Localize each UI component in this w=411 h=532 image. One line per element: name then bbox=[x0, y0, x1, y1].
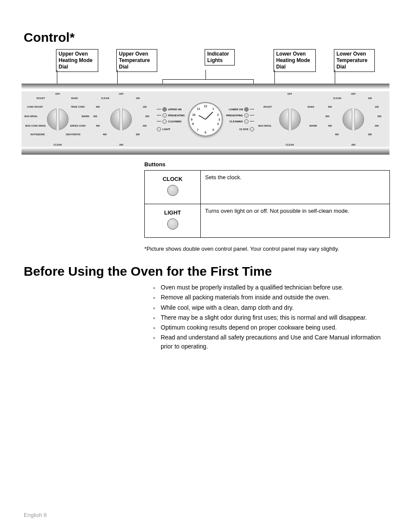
list-item: Remove all packing materials from inside… bbox=[153, 293, 387, 302]
buttons-heading: Buttons bbox=[144, 161, 387, 168]
table-row: LIGHT Turns oven light on or off. Not po… bbox=[145, 204, 390, 238]
list-item: There may be a slight odor during first … bbox=[153, 313, 387, 322]
upper-mode-dial: OFF BAKE TRUE CONV WARM SPEED CONV DEHYD… bbox=[30, 93, 86, 145]
knob-icon bbox=[279, 109, 301, 130]
light-button-icon bbox=[157, 127, 161, 131]
list-item: Read and understand all safety precautio… bbox=[153, 333, 387, 351]
callout-upper-temp: Upper OvenTemperatureDial bbox=[116, 49, 157, 72]
list-item: Oven must be properly installed by a qua… bbox=[153, 283, 387, 292]
list-item: While cool, wipe with a clean, damp clot… bbox=[153, 303, 387, 312]
control-panel: OFF BAKE TRUE CONV WARM SPEED CONV DEHYD… bbox=[22, 84, 389, 155]
indicator-dot-icon bbox=[162, 113, 167, 118]
control-panel-diagram: Upper OvenHeating ModeDial Upper OvenTem… bbox=[24, 49, 387, 157]
button-name: LIGHT bbox=[149, 209, 196, 216]
knob-icon bbox=[47, 109, 68, 130]
indicator-dot-icon bbox=[244, 113, 249, 118]
callout-upper-mode: Upper OvenHeating ModeDial bbox=[56, 49, 98, 72]
button-icon bbox=[167, 185, 178, 196]
center-indicator-group: UPPER ON PREHEATING CLEANING LIGHT 12 1 … bbox=[157, 102, 254, 137]
knob-icon bbox=[110, 109, 132, 130]
indicator-dot-icon bbox=[162, 107, 167, 112]
analog-clock: 12 1 2 3 4 5 6 7 8 9 10 11 bbox=[188, 102, 223, 137]
indicator-left-column: UPPER ON PREHEATING CLEANING LIGHT bbox=[157, 107, 185, 131]
callout-lower-temp: Lower OvenTemperatureDial bbox=[334, 49, 375, 72]
indicator-dot-icon bbox=[244, 107, 249, 112]
callout-lower-mode: Lower OvenHeating ModeDial bbox=[274, 49, 316, 72]
before-using-list: Oven must be properly installed by a qua… bbox=[153, 283, 387, 351]
buttons-table: CLOCK Sets the clock. LIGHT Turns oven l… bbox=[144, 170, 390, 238]
button-name: CLOCK bbox=[149, 176, 196, 182]
button-description: Turns oven light on or off. Not possible… bbox=[201, 204, 390, 238]
indicator-dot-icon bbox=[244, 119, 249, 124]
heading-before-using: Before Using the Oven for the First Time bbox=[24, 264, 387, 279]
clock-button-icon bbox=[250, 127, 254, 131]
list-item: Optimum cooking results depend on proper… bbox=[153, 323, 387, 332]
lower-temp-dial: OFF 100 150 200 250 300 350 400 450 500 … bbox=[325, 93, 381, 145]
indicator-right-column: LOWER ON PREHEATING CLEANING CLOCK bbox=[226, 107, 254, 131]
page-footer: English 8 bbox=[24, 512, 47, 518]
knob-icon bbox=[342, 109, 364, 130]
button-description: Sets the clock. bbox=[201, 171, 390, 204]
table-row: CLOCK Sets the clock. bbox=[145, 171, 390, 204]
indicator-dot-icon bbox=[162, 119, 167, 124]
button-icon bbox=[167, 218, 178, 230]
lower-mode-dial: OFF BAKE WARM CLEAN MAX BROIL ROAST bbox=[262, 93, 318, 145]
footnote: *Picture shows double oven control panel… bbox=[144, 246, 387, 252]
upper-temp-dial: OFF 100 150 200 250 300 350 400 450 500 … bbox=[93, 93, 149, 145]
heading-control: Control* bbox=[24, 30, 387, 45]
callout-indicator: IndicatorLights bbox=[205, 49, 235, 65]
